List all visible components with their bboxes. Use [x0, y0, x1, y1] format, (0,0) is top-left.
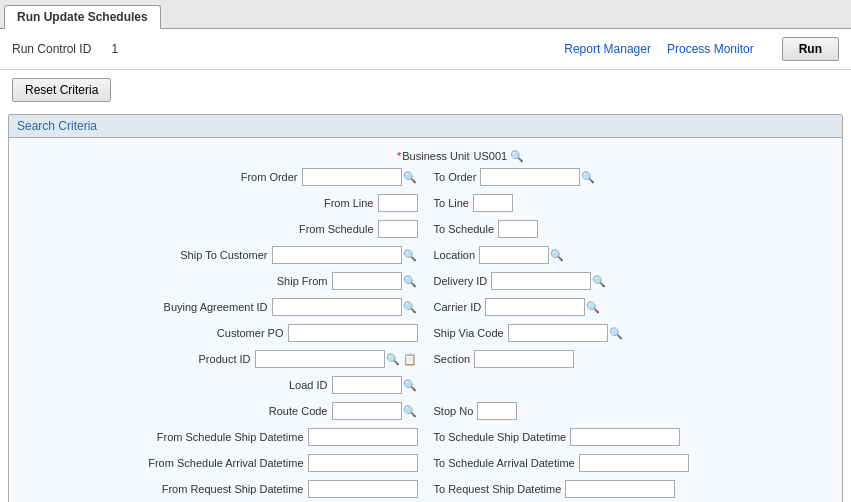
customer-po-label: Customer PO — [217, 327, 284, 339]
carrier-id-lookup-icon[interactable]: 🔍 — [585, 299, 601, 315]
location-label: Location — [434, 249, 476, 261]
from-order-lookup-icon[interactable]: 🔍 — [402, 169, 418, 185]
run-control-id-value: 1 — [111, 42, 118, 56]
from-schedule-arrival-label: From Schedule Arrival Datetime — [148, 457, 303, 469]
reset-criteria-container: Reset Criteria — [0, 70, 851, 110]
product-id-lookup-icon[interactable]: 🔍 — [385, 351, 401, 367]
to-request-ship-row: To Request Ship Datetime — [426, 478, 839, 500]
stop-no-input[interactable] — [477, 402, 517, 420]
from-order-input[interactable] — [302, 168, 402, 186]
delivery-id-input[interactable] — [491, 272, 591, 290]
to-schedule-ship-label: To Schedule Ship Datetime — [434, 431, 567, 443]
buying-agreement-row: Buying Agreement ID 🔍 — [13, 296, 426, 318]
delivery-id-row: Delivery ID 🔍 — [426, 270, 839, 292]
to-schedule-label: To Schedule — [434, 223, 495, 235]
to-line-label: To Line — [434, 197, 469, 209]
from-schedule-ship-input[interactable] — [308, 428, 418, 446]
location-input[interactable] — [479, 246, 549, 264]
customer-po-input[interactable] — [288, 324, 418, 342]
from-schedule-input[interactable] — [378, 220, 418, 238]
to-request-ship-input[interactable] — [565, 480, 675, 498]
product-id-label: Product ID — [199, 353, 251, 365]
delivery-id-label: Delivery ID — [434, 275, 488, 287]
to-order-lookup-icon[interactable]: 🔍 — [580, 169, 596, 185]
from-request-ship-row: From Request Ship Datetime — [13, 478, 426, 500]
search-body: Business Unit US001 🔍 From Order 🔍 To Or… — [9, 138, 842, 502]
ship-via-code-row: Ship Via Code 🔍 — [426, 322, 839, 344]
empty-row-1 — [426, 374, 839, 396]
header-row: Run Control ID 1 Report Manager Process … — [0, 29, 851, 70]
business-unit-label: Business Unit — [397, 150, 470, 162]
search-section-title: Search Criteria — [9, 115, 842, 138]
from-line-input[interactable] — [378, 194, 418, 212]
product-id-input[interactable] — [255, 350, 385, 368]
location-lookup-icon[interactable]: 🔍 — [549, 247, 565, 263]
load-id-label: Load ID — [289, 379, 328, 391]
search-section: Search Criteria Business Unit US001 🔍 Fr… — [8, 114, 843, 502]
route-code-label: Route Code — [269, 405, 328, 417]
ship-via-code-label: Ship Via Code — [434, 327, 504, 339]
section-label: Section — [434, 353, 471, 365]
ship-to-customer-row: Ship To Customer 🔍 — [13, 244, 426, 266]
from-schedule-arrival-row: From Schedule Arrival Datetime — [13, 452, 426, 474]
report-manager-link[interactable]: Report Manager — [564, 42, 651, 56]
to-order-row: To Order 🔍 — [426, 166, 839, 188]
from-line-label: From Line — [324, 197, 374, 209]
product-id-edit-icon[interactable]: 📋 — [402, 351, 418, 367]
ship-from-lookup-icon[interactable]: 🔍 — [402, 273, 418, 289]
to-order-label: To Order — [434, 171, 477, 183]
ship-from-row: Ship From 🔍 — [13, 270, 426, 292]
carrier-id-row: Carrier ID 🔍 — [426, 296, 839, 318]
buying-agreement-lookup-icon[interactable]: 🔍 — [402, 299, 418, 315]
load-id-row: Load ID 🔍 — [13, 374, 426, 396]
route-code-lookup-icon[interactable]: 🔍 — [402, 403, 418, 419]
carrier-id-label: Carrier ID — [434, 301, 482, 313]
from-request-ship-input[interactable] — [308, 480, 418, 498]
location-row: Location 🔍 — [426, 244, 839, 266]
from-order-label: From Order — [241, 171, 298, 183]
delivery-id-lookup-icon[interactable]: 🔍 — [591, 273, 607, 289]
product-id-row: Product ID 🔍 📋 — [13, 348, 426, 370]
buying-agreement-input[interactable] — [272, 298, 402, 316]
to-schedule-arrival-input[interactable] — [579, 454, 689, 472]
process-monitor-link[interactable]: Process Monitor — [667, 42, 754, 56]
ship-via-code-lookup-icon[interactable]: 🔍 — [608, 325, 624, 341]
customer-po-row: Customer PO — [13, 322, 426, 344]
to-line-row: To Line — [426, 192, 839, 214]
carrier-id-input[interactable] — [485, 298, 585, 316]
load-id-input[interactable] — [332, 376, 402, 394]
load-id-lookup-icon[interactable]: 🔍 — [402, 377, 418, 393]
run-control-label: Run Control ID — [12, 42, 91, 56]
tab-bar: Run Update Schedules — [0, 0, 851, 29]
from-schedule-label: From Schedule — [299, 223, 374, 235]
from-schedule-row: From Schedule — [13, 218, 426, 240]
from-schedule-arrival-input[interactable] — [308, 454, 418, 472]
to-schedule-row: To Schedule — [426, 218, 839, 240]
to-line-input[interactable] — [473, 194, 513, 212]
to-schedule-input[interactable] — [498, 220, 538, 238]
from-request-ship-label: From Request Ship Datetime — [162, 483, 304, 495]
to-schedule-ship-input[interactable] — [570, 428, 680, 446]
business-unit-lookup-icon[interactable]: 🔍 — [509, 148, 525, 164]
ship-to-customer-input[interactable] — [272, 246, 402, 264]
reset-criteria-button[interactable]: Reset Criteria — [12, 78, 111, 102]
business-unit-value: US001 — [474, 150, 508, 162]
ship-to-customer-lookup-icon[interactable]: 🔍 — [402, 247, 418, 263]
to-order-input[interactable] — [480, 168, 580, 186]
to-schedule-arrival-row: To Schedule Arrival Datetime — [426, 452, 839, 474]
tab-run-update-schedules[interactable]: Run Update Schedules — [4, 5, 161, 29]
ship-from-input[interactable] — [332, 272, 402, 290]
ship-via-code-input[interactable] — [508, 324, 608, 342]
route-code-input[interactable] — [332, 402, 402, 420]
stop-no-label: Stop No — [434, 405, 474, 417]
to-schedule-arrival-label: To Schedule Arrival Datetime — [434, 457, 575, 469]
section-row: Section — [426, 348, 839, 370]
stop-no-row: Stop No — [426, 400, 839, 422]
to-schedule-ship-row: To Schedule Ship Datetime — [426, 426, 839, 448]
route-code-row: Route Code 🔍 — [13, 400, 426, 422]
header-links: Report Manager Process Monitor — [564, 42, 753, 56]
buying-agreement-label: Buying Agreement ID — [164, 301, 268, 313]
from-schedule-ship-row: From Schedule Ship Datetime — [13, 426, 426, 448]
run-button[interactable]: Run — [782, 37, 839, 61]
section-input[interactable] — [474, 350, 574, 368]
